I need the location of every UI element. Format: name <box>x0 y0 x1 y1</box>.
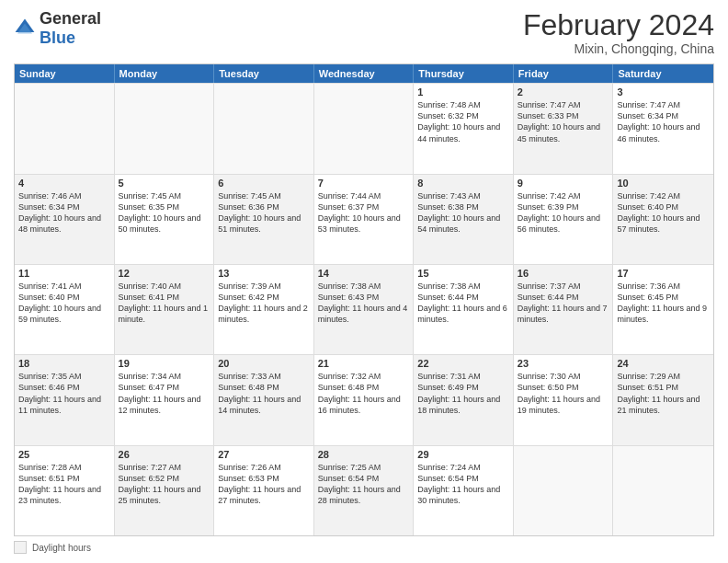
day-number: 10 <box>617 178 710 189</box>
calendar-cell: 12Sunrise: 7:40 AM Sunset: 6:41 PM Dayli… <box>115 265 215 354</box>
cell-info: Sunrise: 7:34 AM Sunset: 6:47 PM Dayligh… <box>119 371 210 416</box>
cell-info: Sunrise: 7:32 AM Sunset: 6:48 PM Dayligh… <box>318 371 410 416</box>
cell-info: Sunrise: 7:38 AM Sunset: 6:43 PM Dayligh… <box>318 281 410 326</box>
calendar-cell: 16Sunrise: 7:37 AM Sunset: 6:44 PM Dayli… <box>514 265 614 354</box>
day-number: 1 <box>417 86 509 98</box>
calendar-cell <box>314 84 415 173</box>
day-header-sunday: Sunday <box>15 64 115 83</box>
calendar-body: 1Sunrise: 7:48 AM Sunset: 6:32 PM Daylig… <box>15 83 713 535</box>
day-number: 7 <box>318 178 410 189</box>
cell-info: Sunrise: 7:35 AM Sunset: 6:46 PM Dayligh… <box>18 371 110 416</box>
day-number: 9 <box>518 178 609 189</box>
day-header-friday: Friday <box>514 64 614 83</box>
day-number: 14 <box>318 268 410 279</box>
calendar-cell <box>514 446 614 535</box>
cell-info: Sunrise: 7:42 AM Sunset: 6:40 PM Dayligh… <box>617 190 710 236</box>
calendar-row-4: 18Sunrise: 7:35 AM Sunset: 6:46 PM Dayli… <box>15 354 713 444</box>
day-number: 25 <box>18 449 110 460</box>
day-header-tuesday: Tuesday <box>214 64 314 83</box>
day-number: 20 <box>218 358 310 369</box>
calendar-cell: 9Sunrise: 7:42 AM Sunset: 6:39 PM Daylig… <box>514 175 614 264</box>
calendar-row-5: 25Sunrise: 7:28 AM Sunset: 6:51 PM Dayli… <box>15 445 713 535</box>
day-header-saturday: Saturday <box>613 64 713 83</box>
legend: Daylight hours <box>14 541 714 554</box>
cell-info: Sunrise: 7:28 AM Sunset: 6:51 PM Dayligh… <box>18 462 110 507</box>
day-number: 11 <box>18 268 110 279</box>
calendar-row-2: 4Sunrise: 7:46 AM Sunset: 6:34 PM Daylig… <box>15 174 713 264</box>
cell-info: Sunrise: 7:36 AM Sunset: 6:45 PM Dayligh… <box>617 281 710 326</box>
legend-box <box>14 541 27 554</box>
cell-info: Sunrise: 7:42 AM Sunset: 6:39 PM Dayligh… <box>518 190 609 236</box>
day-number: 28 <box>318 449 410 460</box>
cell-info: Sunrise: 7:45 AM Sunset: 6:35 PM Dayligh… <box>119 190 210 236</box>
logo-text: General Blue <box>40 9 101 48</box>
calendar-cell: 1Sunrise: 7:48 AM Sunset: 6:32 PM Daylig… <box>414 84 514 173</box>
calendar-cell: 21Sunrise: 7:32 AM Sunset: 6:48 PM Dayli… <box>314 355 415 444</box>
day-header-wednesday: Wednesday <box>314 64 415 83</box>
calendar-cell: 25Sunrise: 7:28 AM Sunset: 6:51 PM Dayli… <box>15 446 115 535</box>
calendar-cell: 19Sunrise: 7:34 AM Sunset: 6:47 PM Dayli… <box>115 355 215 444</box>
cell-info: Sunrise: 7:30 AM Sunset: 6:50 PM Dayligh… <box>518 371 609 416</box>
day-header-thursday: Thursday <box>414 64 514 83</box>
day-number: 17 <box>617 268 710 279</box>
day-number: 15 <box>417 268 509 279</box>
calendar-cell: 4Sunrise: 7:46 AM Sunset: 6:34 PM Daylig… <box>15 175 115 264</box>
logo-icon <box>14 17 36 40</box>
calendar-cell: 2Sunrise: 7:47 AM Sunset: 6:33 PM Daylig… <box>514 84 614 173</box>
cell-info: Sunrise: 7:24 AM Sunset: 6:54 PM Dayligh… <box>417 462 509 507</box>
cell-info: Sunrise: 7:43 AM Sunset: 6:38 PM Dayligh… <box>417 190 509 236</box>
month-title: February 2024 <box>523 9 714 41</box>
calendar-cell: 3Sunrise: 7:47 AM Sunset: 6:34 PM Daylig… <box>613 84 713 173</box>
calendar-cell <box>214 84 314 173</box>
day-number: 18 <box>18 358 110 369</box>
calendar-cell: 22Sunrise: 7:31 AM Sunset: 6:49 PM Dayli… <box>414 355 514 444</box>
legend-label: Daylight hours <box>32 543 91 553</box>
cell-info: Sunrise: 7:38 AM Sunset: 6:44 PM Dayligh… <box>417 281 509 326</box>
day-number: 16 <box>518 268 609 279</box>
cell-info: Sunrise: 7:47 AM Sunset: 6:33 PM Dayligh… <box>518 99 609 144</box>
day-number: 24 <box>617 358 710 369</box>
calendar-cell: 17Sunrise: 7:36 AM Sunset: 6:45 PM Dayli… <box>613 265 713 354</box>
calendar-cell: 23Sunrise: 7:30 AM Sunset: 6:50 PM Dayli… <box>514 355 614 444</box>
day-number: 12 <box>119 268 210 279</box>
day-number: 29 <box>417 449 509 460</box>
day-number: 5 <box>119 178 210 189</box>
cell-info: Sunrise: 7:45 AM Sunset: 6:36 PM Dayligh… <box>218 190 310 236</box>
calendar-cell <box>613 446 713 535</box>
cell-info: Sunrise: 7:26 AM Sunset: 6:53 PM Dayligh… <box>218 462 310 507</box>
cell-info: Sunrise: 7:48 AM Sunset: 6:32 PM Dayligh… <box>417 99 509 144</box>
day-number: 22 <box>417 358 509 369</box>
cell-info: Sunrise: 7:44 AM Sunset: 6:37 PM Dayligh… <box>318 190 410 236</box>
day-number: 21 <box>318 358 410 369</box>
day-number: 6 <box>218 178 310 189</box>
calendar-cell: 28Sunrise: 7:25 AM Sunset: 6:54 PM Dayli… <box>314 446 415 535</box>
day-number: 8 <box>417 178 509 189</box>
calendar-row-3: 11Sunrise: 7:41 AM Sunset: 6:40 PM Dayli… <box>15 264 713 354</box>
calendar-cell: 14Sunrise: 7:38 AM Sunset: 6:43 PM Dayli… <box>314 265 415 354</box>
calendar-cell: 26Sunrise: 7:27 AM Sunset: 6:52 PM Dayli… <box>115 446 215 535</box>
cell-info: Sunrise: 7:41 AM Sunset: 6:40 PM Dayligh… <box>18 281 110 326</box>
header: General Blue February 2024 Mixin, Chongq… <box>14 9 714 56</box>
cell-info: Sunrise: 7:40 AM Sunset: 6:41 PM Dayligh… <box>119 281 210 326</box>
calendar-cell <box>115 84 215 173</box>
calendar-header: SundayMondayTuesdayWednesdayThursdayFrid… <box>15 64 713 83</box>
calendar-cell: 13Sunrise: 7:39 AM Sunset: 6:42 PM Dayli… <box>214 265 314 354</box>
day-number: 27 <box>218 449 310 460</box>
calendar-cell: 7Sunrise: 7:44 AM Sunset: 6:37 PM Daylig… <box>314 175 415 264</box>
day-number: 13 <box>218 268 310 279</box>
calendar-cell: 5Sunrise: 7:45 AM Sunset: 6:35 PM Daylig… <box>115 175 215 264</box>
calendar-cell <box>15 84 115 173</box>
day-number: 26 <box>119 449 210 460</box>
logo-general: General <box>40 9 101 28</box>
page: General Blue February 2024 Mixin, Chongq… <box>0 0 728 563</box>
cell-info: Sunrise: 7:46 AM Sunset: 6:34 PM Dayligh… <box>18 190 110 236</box>
calendar-cell: 29Sunrise: 7:24 AM Sunset: 6:54 PM Dayli… <box>414 446 514 535</box>
calendar-cell: 10Sunrise: 7:42 AM Sunset: 6:40 PM Dayli… <box>613 175 713 264</box>
calendar-cell: 11Sunrise: 7:41 AM Sunset: 6:40 PM Dayli… <box>15 265 115 354</box>
day-header-monday: Monday <box>115 64 215 83</box>
calendar-cell: 20Sunrise: 7:33 AM Sunset: 6:48 PM Dayli… <box>214 355 314 444</box>
cell-info: Sunrise: 7:33 AM Sunset: 6:48 PM Dayligh… <box>218 371 310 416</box>
cell-info: Sunrise: 7:27 AM Sunset: 6:52 PM Dayligh… <box>119 462 210 507</box>
day-number: 2 <box>518 86 609 98</box>
day-number: 4 <box>18 178 110 189</box>
